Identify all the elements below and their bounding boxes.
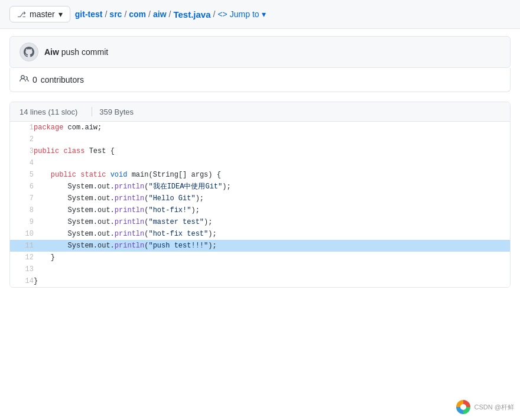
lines-info: 14 lines (11 sloc) — [20, 108, 84, 116]
table-row: 4 — [10, 157, 510, 169]
line-code: public static void main(String[] args) { — [34, 169, 510, 181]
table-row: 3 public class Test { — [10, 145, 510, 157]
table-row: 14 } — [10, 275, 510, 287]
commit-message: Aiw push commit — [44, 47, 108, 57]
line-number: 9 — [10, 216, 34, 228]
branch-icon: ⎇ — [17, 10, 26, 19]
breadcrumb-aiw[interactable]: aiw — [153, 9, 167, 19]
code-brackets-icon: <> — [217, 9, 227, 19]
branch-dropdown-icon: ▾ — [58, 9, 63, 19]
commit-bar: Aiw push commit — [9, 36, 511, 68]
contributors-label: contributors — [41, 75, 84, 84]
branch-label: master — [30, 9, 55, 19]
breadcrumb-sep3: / — [148, 9, 151, 19]
breadcrumb-src[interactable]: src — [109, 9, 122, 19]
table-row: 5 public static void main(String[] args)… — [10, 169, 510, 181]
line-number: 12 — [10, 252, 34, 263]
jump-label: Jump to — [230, 9, 259, 19]
branch-button[interactable]: ⎇ master ▾ — [9, 6, 70, 22]
line-number: 1 — [10, 122, 34, 134]
line-number: 13 — [10, 263, 34, 275]
line-code: System.out.println("我在IDEA中使用Git"); — [34, 181, 510, 193]
table-row: 1 package com.aiw; — [10, 122, 510, 134]
line-number: 8 — [10, 204, 34, 216]
breadcrumb-sep2: / — [124, 9, 126, 19]
table-row: 11 System.out.println("push test!!!"); — [10, 240, 510, 252]
header-divider — [92, 107, 92, 116]
line-number: 7 — [10, 193, 34, 204]
table-row: 9 System.out.println("master test"); — [10, 216, 510, 228]
breadcrumb-sep4: / — [169, 9, 171, 19]
avatar — [20, 43, 38, 61]
breadcrumb: git-test / src / com / aiw / Test.java /… — [75, 9, 511, 19]
table-row: 2 — [10, 134, 510, 145]
jump-to-button[interactable]: <> Jump to ▾ — [217, 9, 265, 19]
contributors-bar: 0 contributors — [9, 68, 511, 92]
line-number: 2 — [10, 134, 34, 145]
line-code — [34, 263, 510, 275]
line-code: System.out.println("hot-fix test"); — [34, 228, 510, 240]
line-code: } — [34, 252, 510, 263]
breadcrumb-repo[interactable]: git-test — [75, 9, 103, 19]
line-code — [34, 157, 510, 169]
line-code: package com.aiw; — [34, 122, 510, 134]
breadcrumb-sep5: / — [213, 9, 216, 19]
line-number: 10 — [10, 228, 34, 240]
breadcrumb-sep1: / — [105, 9, 107, 19]
code-header: 14 lines (11 sloc) 359 Bytes — [10, 102, 510, 122]
breadcrumb-com[interactable]: com — [129, 9, 146, 19]
breadcrumb-filename: Test.java — [173, 9, 210, 19]
line-code: System.out.println("Hello Git"); — [34, 193, 510, 204]
topbar: ⎇ master ▾ git-test / src / com / aiw / … — [0, 0, 520, 29]
line-number: 3 — [10, 145, 34, 157]
line-code: System.out.println("master test"); — [34, 216, 510, 228]
code-panel: 14 lines (11 sloc) 359 Bytes 1 package c… — [9, 102, 511, 288]
bytes-info: 359 Bytes — [99, 108, 134, 116]
table-row: 8 System.out.println("hot-fix!"); — [10, 204, 510, 216]
table-row: 12 } — [10, 252, 510, 263]
line-code — [34, 134, 510, 145]
table-row: 13 — [10, 263, 510, 275]
line-code: public class Test { — [34, 145, 510, 157]
code-table: 1 package com.aiw; 2 3 public class Test… — [10, 122, 510, 287]
line-number: 14 — [10, 275, 34, 287]
line-code: System.out.println("hot-fix!"); — [34, 204, 510, 216]
table-row: 6 System.out.println("我在IDEA中使用Git"); — [10, 181, 510, 193]
line-number: 5 — [10, 169, 34, 181]
table-row: 10 System.out.println("hot-fix test"); — [10, 228, 510, 240]
commit-action: push commit — [61, 47, 108, 57]
line-number: 4 — [10, 157, 34, 169]
jump-dropdown-icon: ▾ — [262, 9, 266, 19]
line-code: System.out.println("push test!!!"); — [34, 240, 510, 252]
line-number: 11 — [10, 240, 34, 252]
commit-username: Aiw — [44, 47, 59, 57]
contributors-count: 0 — [32, 75, 37, 84]
line-code: } — [34, 275, 510, 287]
table-row: 7 System.out.println("Hello Git"); — [10, 193, 510, 204]
line-number: 6 — [10, 181, 34, 193]
contributors-icon — [20, 74, 29, 86]
